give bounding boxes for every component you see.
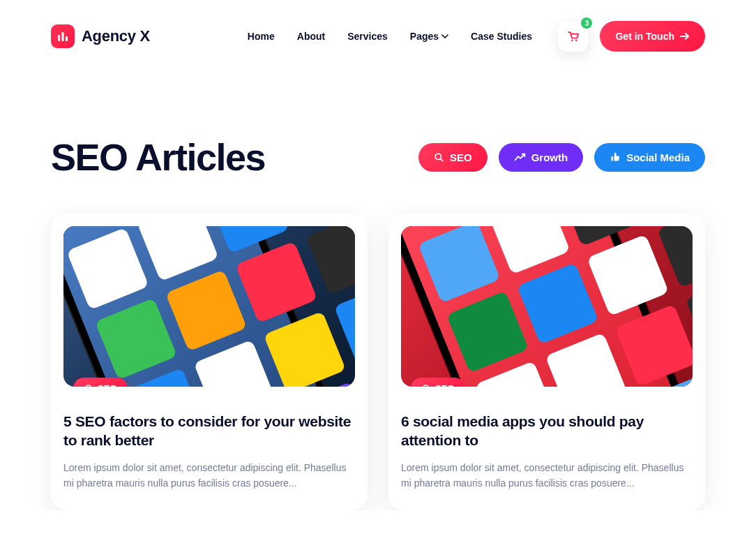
app-icon: [235, 241, 317, 323]
tag-label: SEO: [98, 383, 116, 387]
chevron-down-icon: [441, 33, 448, 40]
app-icon: [305, 226, 355, 295]
app-icon: [418, 226, 500, 303]
trend-icon: [514, 152, 526, 162]
main-nav: Home About Services Pages Case Studies: [248, 31, 532, 42]
article-cards: SEO 5 SEO factors to consider for your w…: [51, 214, 705, 510]
brand-name: Agency X: [82, 27, 150, 45]
app-icon: [615, 304, 693, 387]
phone-screen: [401, 226, 693, 387]
page-title: SEO Articles: [51, 135, 265, 179]
app-icon: [264, 311, 346, 387]
pill-label: SEO: [450, 151, 472, 163]
search-icon: [434, 152, 444, 163]
app-icon: [137, 226, 219, 281]
nav-item-services[interactable]: Services: [347, 31, 388, 42]
app-icon: [193, 339, 275, 387]
svg-rect-1: [62, 32, 64, 41]
app-icon: [488, 226, 570, 274]
nav-item-home[interactable]: Home: [248, 31, 275, 42]
app-icon: [66, 228, 149, 310]
svg-point-3: [572, 40, 574, 42]
page-heading-row: SEO Articles SEO Growth Social Media: [51, 135, 705, 179]
cta-label: Get in Touch: [615, 31, 674, 42]
brand-logo[interactable]: Agency X: [51, 24, 150, 48]
phone-mockup: [401, 226, 693, 387]
app-icon: [545, 332, 627, 387]
article-excerpt: Lorem ipsum dolor sit amet, consectetur …: [63, 460, 355, 491]
article-card[interactable]: SEO 6 social media apps you should pay a…: [388, 214, 705, 510]
svg-point-6: [86, 385, 91, 387]
article-tag[interactable]: SEO: [73, 378, 128, 387]
cart-count-badge: 3: [581, 17, 592, 29]
phone-mockup: [63, 226, 355, 387]
filter-pills: SEO Growth Social Media: [418, 143, 705, 172]
filter-pill-seo[interactable]: SEO: [418, 143, 487, 172]
article-tag[interactable]: SEO: [411, 378, 465, 387]
tag-label: SEO: [435, 383, 454, 387]
nav-item-about[interactable]: About: [297, 31, 325, 42]
app-icon: [446, 291, 529, 373]
article-image: SEO: [401, 226, 693, 387]
svg-point-4: [575, 40, 577, 42]
nav-item-pages[interactable]: Pages: [410, 31, 448, 42]
app-icon: [516, 262, 598, 345]
search-icon: [84, 384, 93, 387]
app-icon: [165, 269, 247, 352]
thumb-icon: [610, 151, 621, 163]
app-icon: [587, 234, 669, 316]
pill-label: Growth: [531, 151, 568, 163]
app-icon: [95, 298, 177, 380]
pill-label: Social Media: [626, 151, 690, 163]
header-actions: 3 Get in Touch: [558, 21, 705, 52]
arrow-right-icon: [680, 32, 690, 40]
cart-button[interactable]: 3: [558, 21, 589, 52]
article-card[interactable]: SEO 5 SEO factors to consider for your w…: [51, 214, 368, 510]
filter-pill-growth[interactable]: Growth: [499, 143, 584, 172]
nav-item-case-studies[interactable]: Case Studies: [471, 31, 532, 42]
article-title: 5 SEO factors to consider for your websi…: [63, 412, 355, 450]
cart-icon: [566, 29, 580, 43]
search-icon: [422, 384, 431, 387]
site-header: Agency X Home About Services Pages Case …: [51, 0, 705, 73]
article-image: SEO: [63, 226, 355, 387]
svg-point-7: [423, 385, 428, 387]
logo-mark-icon: [51, 24, 75, 48]
svg-rect-2: [66, 36, 68, 41]
get-in-touch-button[interactable]: Get in Touch: [600, 21, 705, 52]
phone-screen: [63, 226, 347, 387]
nav-item-label: Pages: [410, 31, 439, 42]
article-title: 6 social media apps you should pay atten…: [401, 412, 693, 450]
svg-rect-0: [58, 35, 60, 41]
article-excerpt: Lorem ipsum dolor sit amet, consectetur …: [401, 460, 693, 491]
filter-pill-social-media[interactable]: Social Media: [594, 143, 705, 172]
